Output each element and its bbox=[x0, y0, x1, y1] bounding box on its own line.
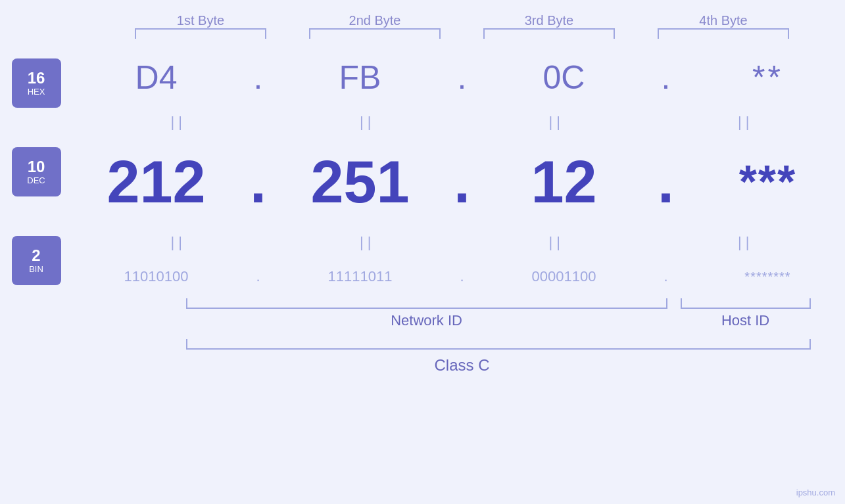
class-bracket-row bbox=[114, 339, 811, 350]
main-data-area: 16 HEX 10 DEC 2 BIN D4 . FB . 0C . ** bbox=[12, 52, 840, 292]
dec-row: 212 . 251 . 12 . *** bbox=[84, 149, 840, 216]
bin-val-1: 11010100 bbox=[104, 268, 209, 285]
bin-val-3: 00001100 bbox=[512, 268, 617, 285]
byte-labels-row: 1st Byte 2nd Byte 3rd Byte 4th Byte bbox=[114, 13, 811, 28]
dec-val-3: 12 bbox=[512, 152, 617, 212]
bin-dot-1: . bbox=[249, 268, 268, 285]
data-rows-column: D4 . FB . 0C . ** || || || || 212 . 251 … bbox=[84, 52, 840, 292]
badges-column: 16 HEX 10 DEC 2 BIN bbox=[12, 52, 84, 292]
dec-badge-label: DEC bbox=[27, 175, 45, 185]
hex-row: D4 . FB . 0C . ** bbox=[84, 58, 840, 97]
byte-label-2: 2nd Byte bbox=[309, 13, 441, 28]
dec-dot-2: . bbox=[452, 149, 472, 216]
watermark: ipshu.com bbox=[796, 488, 835, 497]
top-bracket-row bbox=[114, 28, 811, 39]
byte-label-3: 3rd Byte bbox=[483, 13, 615, 28]
dec-val-1: 212 bbox=[104, 152, 209, 212]
conn-2-2: || bbox=[302, 234, 433, 251]
bin-dot-2: . bbox=[452, 268, 472, 285]
bottom-brackets bbox=[114, 298, 811, 309]
main-container: 1st Byte 2nd Byte 3rd Byte 4th Byte 16 H… bbox=[0, 0, 845, 504]
conn-2-3: || bbox=[491, 234, 622, 251]
network-id-label: Network ID bbox=[186, 312, 667, 329]
dec-badge-num: 10 bbox=[28, 158, 45, 175]
conn-2-4: || bbox=[680, 234, 811, 251]
hex-badge-num: 16 bbox=[28, 70, 45, 87]
bin-row: 11010100 . 11111011 . 00001100 . *******… bbox=[84, 268, 840, 285]
bin-badge-num: 2 bbox=[32, 247, 40, 264]
hex-dot-1: . bbox=[249, 58, 268, 97]
network-bracket bbox=[186, 298, 667, 309]
hex-val-1: D4 bbox=[104, 58, 209, 97]
conn-1-3: || bbox=[491, 114, 622, 131]
byte-label-4: 4th Byte bbox=[658, 13, 789, 28]
bin-badge: 2 BIN bbox=[12, 236, 61, 285]
bin-dot-3: . bbox=[656, 268, 676, 285]
dec-dot-1: . bbox=[249, 149, 268, 216]
connector-row-2: || || || || bbox=[84, 229, 840, 256]
byte-label-1: 1st Byte bbox=[135, 13, 266, 28]
conn-2-1: || bbox=[112, 234, 244, 251]
class-label-row: Class C bbox=[114, 353, 811, 375]
bin-val-2: 11111011 bbox=[308, 268, 413, 285]
conn-1-1: || bbox=[112, 114, 244, 131]
hex-val-3: 0C bbox=[512, 58, 617, 97]
bracket-byte-1 bbox=[135, 28, 266, 39]
bracket-byte-2 bbox=[309, 28, 441, 39]
dec-val-4: *** bbox=[715, 159, 821, 205]
conn-1-2: || bbox=[302, 114, 433, 131]
hex-badge-label: HEX bbox=[28, 87, 45, 97]
bracket-byte-3 bbox=[483, 28, 615, 39]
hex-dot-3: . bbox=[656, 58, 676, 97]
connector-row-1: || || || || bbox=[84, 109, 840, 135]
bin-badge-label: BIN bbox=[29, 264, 43, 274]
conn-1-4: || bbox=[680, 114, 811, 131]
host-id-label: Host ID bbox=[681, 312, 811, 329]
class-c-label: Class C bbox=[114, 356, 811, 375]
dec-val-2: 251 bbox=[308, 152, 413, 212]
bracket-byte-4 bbox=[658, 28, 789, 39]
hex-badge: 16 HEX bbox=[12, 58, 61, 108]
dec-badge: 10 DEC bbox=[12, 147, 61, 196]
class-bracket bbox=[186, 339, 811, 350]
dec-dot-3: . bbox=[656, 149, 676, 216]
id-labels-row: Network ID Host ID bbox=[114, 312, 811, 329]
bin-val-4: ******** bbox=[715, 269, 821, 285]
hex-val-4: ** bbox=[715, 58, 821, 97]
hex-dot-2: . bbox=[452, 58, 472, 97]
hex-val-2: FB bbox=[308, 58, 413, 97]
badge-spacer-2 bbox=[114, 312, 186, 329]
host-bracket bbox=[681, 298, 811, 309]
